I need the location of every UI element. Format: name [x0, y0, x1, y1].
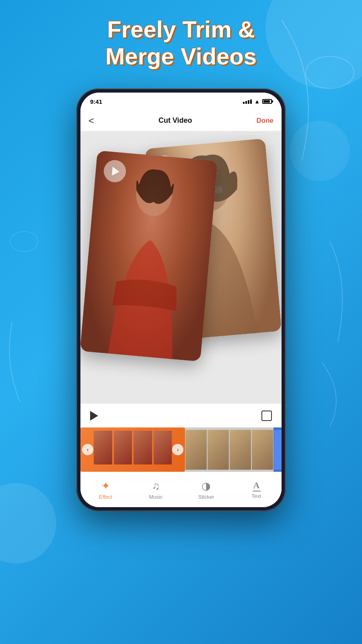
- svg-point-1: [10, 231, 38, 252]
- tab-music[interactable]: ♫ Music: [131, 480, 181, 500]
- hero-title: Freely Trim & Merge Videos: [0, 16, 362, 70]
- status-bar: 9:41 ▲: [80, 93, 282, 110]
- filmstrip-thumb: [185, 430, 207, 470]
- back-button[interactable]: <: [88, 115, 94, 126]
- status-time: 9:41: [90, 98, 102, 105]
- battery-icon: [262, 99, 272, 104]
- wifi-icon: ▲: [254, 98, 260, 105]
- play-button-controls[interactable]: [90, 411, 98, 421]
- filmstrip-thumb: [230, 430, 251, 470]
- effect-icon: ✦: [101, 480, 110, 492]
- app-header: < Cut Video Done: [80, 110, 282, 131]
- filmstrip-segment-3[interactable]: [274, 427, 282, 472]
- filmstrip-thumb: [252, 430, 273, 470]
- done-button[interactable]: Done: [257, 117, 274, 125]
- fullscreen-button[interactable]: [261, 411, 272, 421]
- status-icons: ▲: [243, 98, 272, 105]
- filmstrip-nav-left[interactable]: ‹: [82, 444, 93, 455]
- filmstrip-thumb: [134, 431, 152, 464]
- filmstrip-nav-right[interactable]: ›: [172, 444, 183, 455]
- tab-effect-label: Effect: [99, 494, 112, 500]
- signal-icon: [243, 99, 252, 104]
- tab-text-label: Text: [252, 493, 261, 499]
- filmstrip-thumb: [208, 430, 229, 470]
- filmstrip-thumb: [154, 431, 172, 464]
- filmstrip-segment-2[interactable]: [185, 427, 274, 472]
- music-icon: ♫: [152, 480, 160, 492]
- tab-text[interactable]: A Text: [231, 480, 282, 499]
- phone-mockup: 9:41 ▲: [76, 89, 286, 511]
- filmstrip-thumb: [274, 430, 282, 470]
- controls-bar: [80, 403, 282, 427]
- filmstrip-thumb: [114, 431, 132, 464]
- tab-effect[interactable]: ✦ Effect: [80, 480, 131, 500]
- video-preview-area: [80, 131, 282, 403]
- filmstrip-thumb: [94, 431, 112, 464]
- screen-title: Cut Video: [158, 116, 192, 125]
- filmstrip-active-segment[interactable]: ‹ ›: [80, 427, 185, 472]
- filmstrip-area: ‹ ›: [80, 427, 282, 472]
- tab-sticker[interactable]: ◑ Sticker: [181, 480, 231, 500]
- sticker-icon: ◑: [202, 480, 211, 492]
- tab-sticker-label: Sticker: [198, 494, 214, 500]
- tab-music-label: Music: [149, 494, 163, 500]
- video-card-front: [80, 151, 218, 361]
- text-icon: A: [253, 480, 261, 491]
- tab-bar: ✦ Effect ♫ Music ◑ Sticker: [80, 472, 282, 507]
- video-thumbnail-front: [80, 151, 218, 361]
